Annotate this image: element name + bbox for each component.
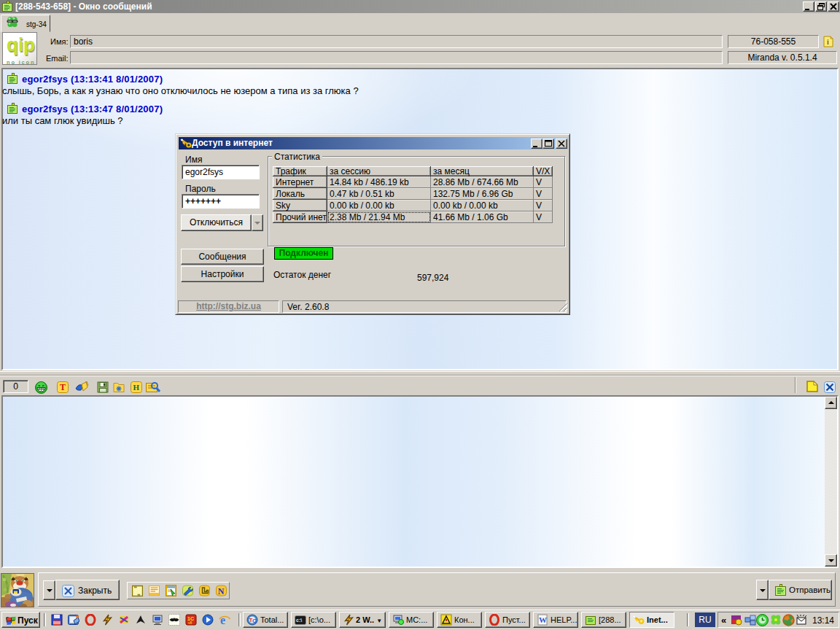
svg-text:v8: v8 (188, 621, 192, 625)
svg-text:„: „ (137, 589, 141, 596)
svg-text:W: W (539, 615, 547, 624)
svg-text:i: i (827, 38, 829, 46)
svg-text:C: C (252, 618, 257, 624)
svg-text:H: H (133, 383, 140, 392)
svg-text:e: e (220, 614, 225, 626)
svg-text:T: T (60, 382, 66, 392)
svg-text:N: N (218, 586, 225, 596)
svg-text:c:\: c:\ (296, 618, 302, 623)
